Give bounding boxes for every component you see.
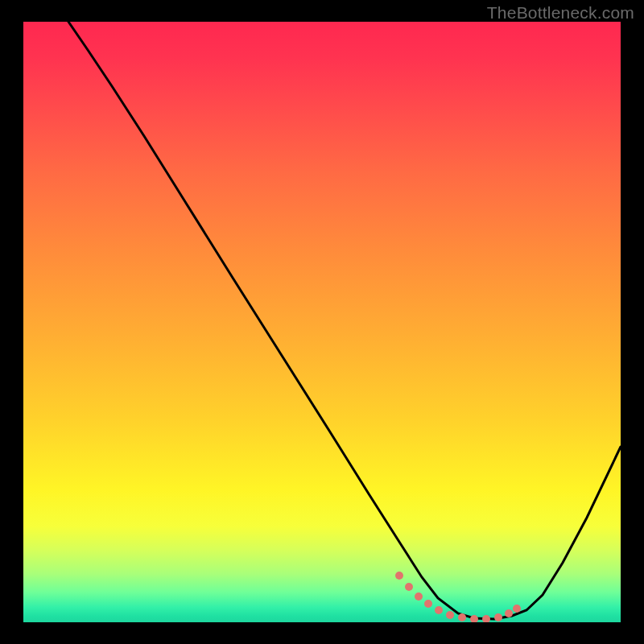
- bottleneck-curve: [68, 22, 621, 619]
- plot-area: [23, 22, 621, 622]
- valley-dot: [482, 615, 490, 622]
- curve-layer: [23, 22, 621, 622]
- valley-dot: [446, 611, 454, 619]
- valley-dot: [470, 615, 478, 622]
- valley-dot: [424, 600, 432, 608]
- valley-dot: [494, 613, 502, 621]
- watermark-text: TheBottleneck.com: [487, 3, 634, 23]
- valley-dot: [435, 606, 443, 614]
- valley-dot: [415, 592, 423, 601]
- valley-dot: [513, 605, 521, 613]
- valley-dot: [458, 613, 466, 621]
- valley-dot: [405, 583, 413, 591]
- valley-dot: [395, 572, 403, 580]
- chart-container: TheBottleneck.com: [0, 0, 644, 644]
- valley-dot: [505, 609, 513, 617]
